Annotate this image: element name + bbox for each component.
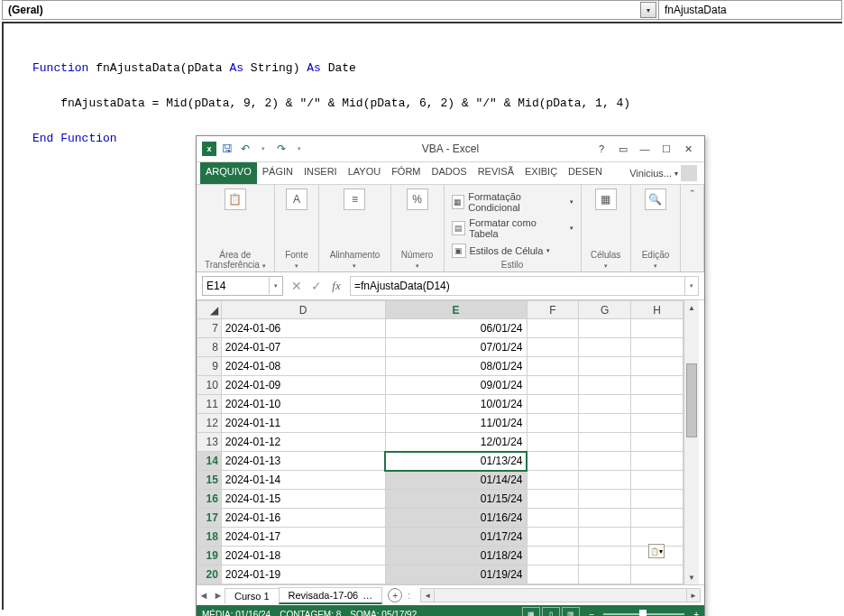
col-header-E[interactable]: E — [385, 301, 527, 319]
row-header[interactable]: 12 — [197, 414, 222, 433]
cell[interactable]: 2024-01-16 — [221, 509, 385, 528]
vba-proc-select[interactable]: fnAjustaData — [659, 1, 841, 19]
cell[interactable]: 01/13/24 — [385, 452, 527, 471]
cell[interactable] — [579, 528, 631, 547]
sheet-nav-left-icon[interactable]: ◄ — [197, 590, 211, 601]
cell[interactable] — [579, 414, 631, 433]
cell[interactable] — [527, 376, 579, 395]
col-header-G[interactable]: G — [579, 301, 631, 319]
font-icon[interactable]: A — [286, 188, 307, 210]
cell[interactable]: 07/01/24 — [385, 338, 527, 357]
scroll-right-icon[interactable]: ► — [686, 589, 700, 602]
cell[interactable] — [527, 471, 579, 490]
cell[interactable] — [527, 433, 579, 452]
formula-cancel-icon[interactable]: ✕ — [289, 278, 305, 294]
scrollbar-thumb[interactable] — [686, 363, 697, 437]
tab-desenvolvedor[interactable]: DESEN — [563, 162, 608, 184]
cell[interactable] — [579, 433, 631, 452]
cell[interactable] — [527, 357, 579, 376]
cell[interactable] — [527, 338, 579, 357]
col-header-D[interactable]: D — [221, 301, 385, 319]
close-button[interactable]: ✕ — [677, 140, 699, 158]
qat-dropdown-icon[interactable]: ▾ — [256, 142, 271, 156]
cell[interactable] — [631, 433, 683, 452]
cell[interactable]: 2024-01-13 — [221, 452, 385, 471]
zoom-slider-handle[interactable] — [639, 610, 647, 616]
paste-icon[interactable]: 📋 — [225, 188, 246, 210]
horizontal-scrollbar[interactable]: ◄ ► — [420, 588, 701, 602]
undo-icon[interactable]: ↶ — [238, 142, 252, 156]
cell[interactable]: 2024-01-06 — [221, 319, 385, 338]
alignment-icon[interactable]: ≡ — [344, 188, 365, 210]
cell[interactable] — [527, 319, 579, 338]
new-sheet-button[interactable]: + — [388, 588, 402, 602]
formula-input[interactable]: =fnAjustaData(D14) ▾ — [350, 276, 699, 296]
cell[interactable] — [579, 357, 631, 376]
cell[interactable]: 2024-01-08 — [221, 357, 385, 376]
minimize-button[interactable]: — — [634, 140, 656, 158]
cell[interactable] — [631, 509, 683, 528]
row-header[interactable]: 20 — [197, 565, 222, 584]
cell[interactable] — [579, 490, 631, 509]
cell[interactable] — [579, 509, 631, 528]
save-icon[interactable]: 🖫 — [220, 142, 234, 156]
formula-enter-icon[interactable]: ✓ — [308, 278, 325, 294]
cell[interactable]: 01/16/24 — [385, 509, 527, 528]
cell[interactable] — [527, 395, 579, 414]
row-header[interactable]: 13 — [197, 433, 222, 452]
cell[interactable] — [631, 565, 683, 584]
row-header[interactable]: 17 — [197, 509, 222, 528]
cell[interactable] — [631, 376, 683, 395]
cell[interactable] — [631, 338, 683, 357]
row-header[interactable]: 14 — [197, 452, 222, 471]
cell[interactable]: 01/18/24 — [385, 547, 527, 565]
row-header[interactable]: 10 — [197, 376, 222, 395]
tab-revisao[interactable]: REVISÃ — [472, 162, 519, 184]
cell[interactable]: 2024-01-15 — [221, 490, 385, 509]
scroll-up-icon[interactable]: ▲ — [684, 300, 699, 315]
cell[interactable] — [631, 319, 683, 338]
tab-pagina-inicial[interactable]: PÁGIN — [257, 162, 298, 184]
row-header[interactable]: 19 — [197, 547, 222, 565]
sheet-tab-curso1[interactable]: Curso 1 — [225, 588, 280, 603]
cell[interactable]: 2024-01-10 — [221, 395, 385, 414]
cell[interactable]: 12/01/24 — [385, 433, 527, 452]
format-as-table-button[interactable]: ▤ Formatar como Tabela ▾ — [450, 216, 575, 240]
cell[interactable]: 01/19/24 — [385, 565, 527, 584]
paste-options-icon[interactable]: 📋▾ — [648, 544, 665, 558]
cell[interactable] — [631, 395, 683, 414]
zoom-out-button[interactable]: − — [589, 610, 594, 617]
zoom-in-button[interactable]: + — [693, 610, 699, 617]
cell[interactable]: 01/15/24 — [385, 490, 527, 509]
row-header[interactable]: 8 — [197, 338, 222, 357]
cell[interactable]: 10/01/24 — [385, 395, 527, 414]
cell[interactable] — [579, 395, 631, 414]
cell[interactable]: 06/01/24 — [385, 319, 527, 338]
cell[interactable] — [579, 376, 631, 395]
cell[interactable]: 2024-01-18 — [221, 547, 385, 565]
cell[interactable]: 2024-01-11 — [221, 414, 385, 433]
title-bar[interactable]: x 🖫 ↶ ▾ ↷ ▾ VBA - Excel ? ▭ — ☐ ✕ — [197, 136, 704, 162]
find-select-icon[interactable]: 🔍 — [645, 188, 666, 210]
cell[interactable] — [579, 565, 631, 584]
cell[interactable]: 01/14/24 — [385, 471, 527, 490]
worksheet-grid[interactable]: ◢ D E F G H 72024-01-0606/01/2482024-01-… — [197, 300, 683, 584]
number-icon[interactable]: % — [407, 188, 428, 210]
view-page-layout-icon[interactable]: ▯ — [542, 607, 560, 616]
cell[interactable] — [527, 414, 579, 433]
zoom-slider[interactable] — [603, 613, 684, 615]
row-header[interactable]: 18 — [197, 528, 222, 547]
row-header[interactable]: 7 — [197, 319, 222, 338]
vertical-scrollbar[interactable]: ▲ ▼ — [683, 300, 699, 584]
scroll-down-icon[interactable]: ▼ — [684, 570, 699, 584]
help-button[interactable]: ? — [591, 140, 612, 158]
cell[interactable] — [527, 547, 579, 565]
select-all-corner[interactable]: ◢ — [197, 301, 222, 319]
cell[interactable] — [579, 319, 631, 338]
cell[interactable] — [631, 452, 683, 471]
cell[interactable]: 2024-01-07 — [221, 338, 385, 357]
cell[interactable] — [579, 471, 631, 490]
row-header[interactable]: 9 — [197, 357, 222, 376]
tab-arquivo[interactable]: ARQUIVO — [200, 162, 257, 184]
tab-more-icon[interactable]: : — [408, 590, 411, 601]
